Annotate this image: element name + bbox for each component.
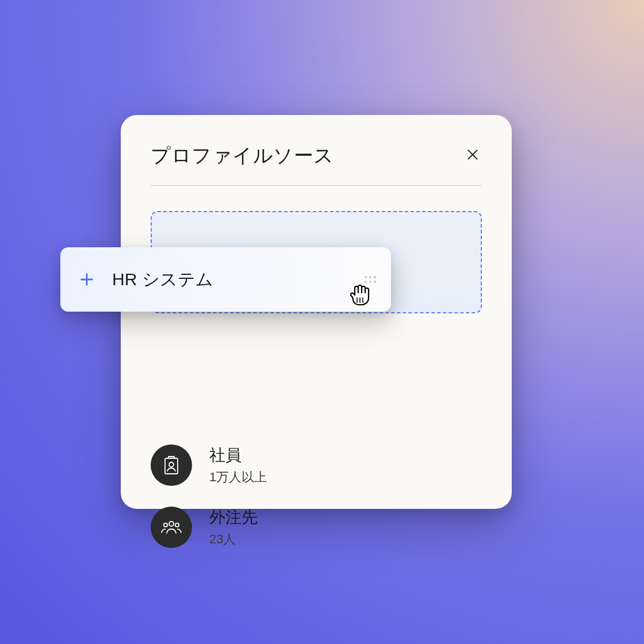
item-subtitle: 23人 — [209, 531, 258, 548]
profile-source-card: プロファイルソース 社員 1万人以上 — [121, 115, 512, 509]
employee-badge-icon — [151, 444, 192, 486]
svg-point-3 — [169, 462, 174, 467]
item-subtitle: 1万人以上 — [209, 469, 267, 486]
svg-point-6 — [175, 523, 179, 527]
close-icon — [465, 147, 480, 164]
source-list: 社員 1万人以上 外注先 23人 — [151, 444, 482, 548]
item-title: 外注先 — [209, 507, 258, 528]
svg-point-5 — [164, 523, 167, 527]
svg-point-4 — [169, 522, 174, 526]
item-title: 社員 — [209, 444, 267, 466]
close-button[interactable] — [463, 147, 482, 165]
svg-rect-2 — [165, 458, 178, 474]
dragging-item-label: HR システム — [112, 268, 347, 292]
people-group-icon — [151, 507, 192, 548]
list-item[interactable]: 社員 1万人以上 — [151, 444, 482, 486]
plus-icon — [79, 271, 95, 288]
card-title: プロファイルソース — [151, 143, 334, 169]
list-item[interactable]: 外注先 23人 — [151, 507, 482, 548]
item-text: 外注先 23人 — [209, 507, 258, 548]
dragging-item[interactable]: HR システム — [60, 247, 391, 312]
card-header: プロファイルソース — [151, 143, 482, 186]
item-text: 社員 1万人以上 — [209, 444, 267, 486]
grab-cursor-icon — [345, 282, 374, 310]
